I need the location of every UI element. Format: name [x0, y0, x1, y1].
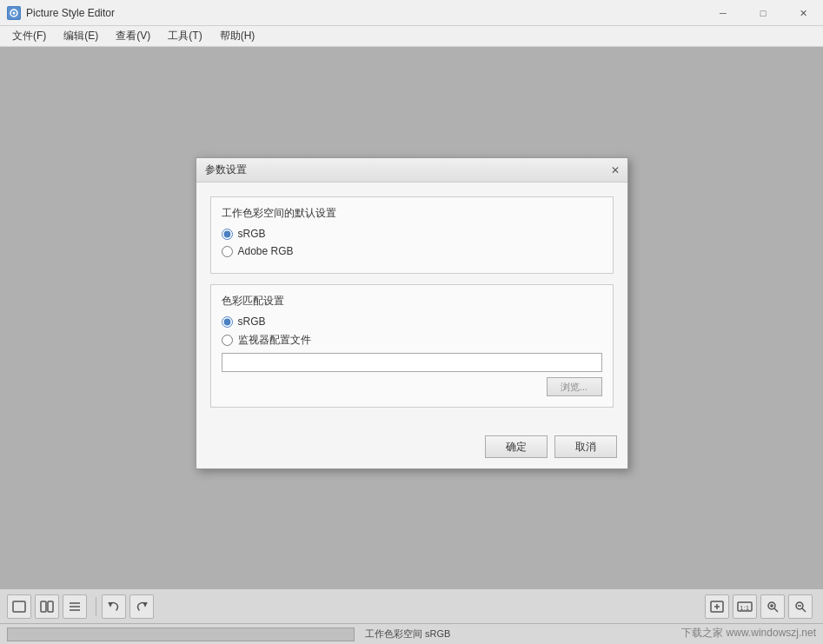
view-list-button[interactable]	[63, 594, 87, 619]
menu-file[interactable]: 文件(F)	[3, 26, 55, 46]
menu-edit[interactable]: 编辑(E)	[55, 26, 107, 46]
match-monitor-radio[interactable]	[222, 335, 233, 346]
status-bar: 工作色彩空间 sRGB 下载之家 www.windowszj.net	[0, 623, 823, 644]
menu-view[interactable]: 查看(V)	[107, 26, 159, 46]
close-button[interactable]: ✕	[783, 0, 823, 26]
toolbar-separator-1	[96, 597, 96, 616]
menu-bar: 文件(F) 编辑(E) 查看(V) 工具(T) 帮助(H)	[0, 26, 823, 47]
svg-rect-3	[13, 601, 25, 612]
view-single-button[interactable]	[7, 594, 31, 619]
file-input-row	[222, 353, 602, 372]
match-srgb-radio[interactable]	[222, 316, 233, 328]
main-area: 参数设置 ✕ 工作色彩空间的默认设置 sRGB Adobe RGB	[0, 47, 823, 588]
match-monitor-row: 监视器配置文件	[222, 333, 602, 348]
workspace-color-section: 工作色彩空间的默认设置 sRGB Adobe RGB	[210, 196, 614, 274]
workspace-adobe-row: Adobe RGB	[222, 245, 602, 257]
dialog-close-button[interactable]: ✕	[607, 162, 624, 179]
dialog-footer: 确定 取消	[196, 428, 627, 468]
svg-rect-4	[41, 601, 46, 612]
menu-tools[interactable]: 工具(T)	[159, 26, 210, 46]
cancel-button[interactable]: 取消	[554, 435, 617, 458]
svg-point-2	[13, 11, 16, 14]
svg-rect-5	[48, 601, 53, 612]
svg-text:1:1: 1:1	[740, 604, 750, 612]
monitor-profile-input[interactable]	[222, 353, 602, 372]
toolbar-right: 1:1	[705, 594, 816, 619]
maximize-button[interactable]: □	[743, 0, 783, 26]
zoom-100-button[interactable]: 1:1	[733, 594, 757, 619]
browse-row: 浏览...	[222, 377, 602, 396]
menu-help[interactable]: 帮助(H)	[211, 26, 264, 46]
workspace-color-label: 工作色彩空间的默认设置	[222, 206, 602, 221]
minimize-button[interactable]: ─	[703, 0, 743, 26]
dialog-title: 参数设置	[205, 163, 247, 177]
ok-button[interactable]: 确定	[485, 435, 548, 458]
watermark: 下载之家 www.windowszj.net	[681, 626, 816, 641]
zoom-out-button[interactable]	[788, 594, 813, 619]
color-match-label: 色彩匹配设置	[222, 294, 602, 309]
status-color-space: 工作色彩空间 sRGB	[365, 627, 450, 641]
zoom-fit-button[interactable]	[705, 594, 729, 619]
app-icon	[7, 6, 21, 20]
workspace-adobe-radio[interactable]	[222, 246, 233, 257]
svg-line-15	[774, 608, 778, 612]
zoom-in-button[interactable]	[760, 594, 785, 619]
svg-line-19	[802, 608, 806, 612]
workspace-adobe-label[interactable]: Adobe RGB	[238, 245, 294, 257]
undo-button[interactable]	[102, 594, 126, 619]
workspace-srgb-row: sRGB	[222, 228, 602, 240]
match-monitor-label[interactable]: 监视器配置文件	[238, 333, 311, 348]
redo-button[interactable]	[129, 594, 154, 619]
title-bar: Picture Style Editor ─ □ ✕	[0, 0, 823, 26]
browse-button[interactable]: 浏览...	[547, 377, 602, 396]
view-dual-button[interactable]	[35, 594, 59, 619]
dialog-overlay: 参数设置 ✕ 工作色彩空间的默认设置 sRGB Adobe RGB	[0, 94, 823, 533]
dialog-body: 工作色彩空间的默认设置 sRGB Adobe RGB 色彩匹配设置	[196, 183, 627, 428]
dialog-titlebar: 参数设置 ✕	[196, 158, 627, 183]
match-srgb-row: sRGB	[222, 315, 602, 328]
app-title: Picture Style Editor	[26, 7, 115, 19]
status-left	[7, 627, 355, 641]
match-srgb-label[interactable]: sRGB	[238, 315, 266, 328]
dialog-parameters: 参数设置 ✕ 工作色彩空间的默认设置 sRGB Adobe RGB	[196, 157, 628, 469]
toolbar-bottom: 1:1	[0, 588, 823, 623]
color-match-section: 色彩匹配设置 sRGB 监视器配置文件 浏览...	[210, 284, 614, 408]
workspace-srgb-radio[interactable]	[222, 229, 233, 240]
workspace-srgb-label[interactable]: sRGB	[238, 228, 266, 240]
window-controls: ─ □ ✕	[703, 0, 823, 26]
